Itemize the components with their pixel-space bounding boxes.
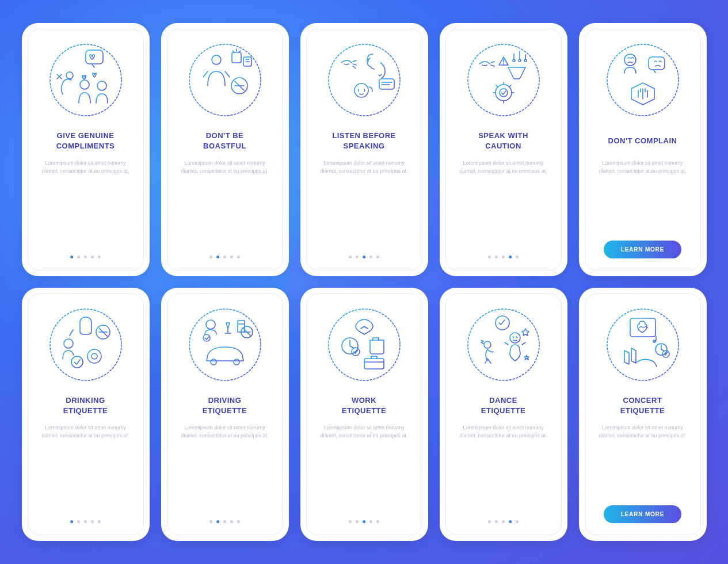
onboarding-screen: LISTEN BEFORE SPEAKINGLoremipsum dolor s… <box>306 29 422 270</box>
work-icon <box>324 304 405 385</box>
page-indicator <box>349 256 379 258</box>
svg-point-20 <box>624 54 636 66</box>
svg-point-42 <box>607 309 679 380</box>
page-dot[interactable] <box>237 256 240 258</box>
page-indicator <box>209 256 240 258</box>
onboarding-screen: DANCE ETIQUETTELoremipsum dolor sit amet… <box>445 294 562 535</box>
svg-point-1 <box>66 72 73 79</box>
page-indicator <box>488 520 519 523</box>
page-indicator <box>70 256 101 258</box>
card-description: Loremipsum dolor sit amet nonumy diamet,… <box>176 424 275 440</box>
phone-mockup: DRIVING ETIQUETTELoremipsum dolor sit am… <box>161 288 289 541</box>
page-dot[interactable] <box>70 520 73 523</box>
svg-point-15 <box>519 59 521 62</box>
page-dot[interactable] <box>376 256 379 258</box>
page-dot[interactable] <box>230 520 233 523</box>
svg-point-32 <box>211 359 216 365</box>
card-description: Loremipsum dolor sit amet nonumy diamet,… <box>454 424 553 440</box>
page-dot[interactable] <box>509 256 512 258</box>
svg-point-6 <box>212 55 221 64</box>
page-indicator <box>488 256 519 258</box>
page-dot[interactable] <box>488 520 491 523</box>
svg-rect-8 <box>232 52 241 63</box>
page-dot[interactable] <box>376 520 379 523</box>
svg-point-18 <box>500 89 508 97</box>
page-dot[interactable] <box>223 256 226 258</box>
page-dot[interactable] <box>363 520 365 523</box>
page-dot[interactable] <box>98 520 101 523</box>
listen-icon <box>324 40 405 120</box>
phone-mockup: LISTEN BEFORE SPEAKINGLoremipsum dolor s… <box>300 23 428 276</box>
svg-point-38 <box>468 309 539 380</box>
boastful-icon <box>185 40 265 120</box>
page-dot[interactable] <box>216 256 219 258</box>
page-dot[interactable] <box>369 520 372 523</box>
page-indicator <box>349 520 379 523</box>
onboarding-screen: SPEAK WITH CAUTIONLoremipsum dolor sit a… <box>445 29 562 270</box>
complain-icon <box>603 40 683 120</box>
svg-point-26 <box>87 349 101 363</box>
page-dot[interactable] <box>488 256 491 258</box>
svg-rect-11 <box>379 79 394 89</box>
svg-point-14 <box>513 59 515 62</box>
page-dot[interactable] <box>356 256 359 258</box>
page-dot[interactable] <box>502 256 505 258</box>
phone-mockup: SPEAK WITH CAUTIONLoremipsum dolor sit a… <box>440 23 567 276</box>
card-description: Loremipsum dolor sit amet nonumy diamet,… <box>315 159 414 175</box>
page-dot[interactable] <box>516 520 519 523</box>
page-dot[interactable] <box>223 520 226 523</box>
page-dot[interactable] <box>84 520 87 523</box>
page-dot[interactable] <box>356 520 359 523</box>
learn-more-button[interactable]: LEARN MORE <box>604 505 681 523</box>
page-dot[interactable] <box>349 520 352 523</box>
page-dot[interactable] <box>84 256 87 258</box>
card-description: Loremipsum dolor sit amet nonumy diamet,… <box>36 424 135 440</box>
page-indicator <box>70 520 101 523</box>
page-dot[interactable] <box>230 256 233 258</box>
page-dot[interactable] <box>516 256 519 258</box>
card-title: DANCE ETIQUETTE <box>481 395 525 416</box>
page-dot[interactable] <box>369 256 372 258</box>
page-dot[interactable] <box>209 256 212 258</box>
svg-point-13 <box>468 44 539 116</box>
page-dot[interactable] <box>216 520 219 523</box>
page-dot[interactable] <box>237 520 240 523</box>
onboarding-screen: DRIVING ETIQUETTELoremipsum dolor sit am… <box>167 294 283 535</box>
card-description: Loremipsum dolor sit amet nonumy diamet,… <box>593 424 692 440</box>
page-dot[interactable] <box>495 520 498 523</box>
svg-point-30 <box>203 334 210 341</box>
phone-mockup: WORK ETIQUETTELoremipsum dolor sit amet … <box>300 288 428 541</box>
page-dot[interactable] <box>77 520 80 523</box>
page-dot[interactable] <box>70 256 73 258</box>
page-dot[interactable] <box>209 520 212 523</box>
svg-point-22 <box>50 309 121 380</box>
svg-point-16 <box>524 59 527 62</box>
phone-mockup: CONCERT ETIQUETTELoremipsum dolor sit am… <box>579 288 707 541</box>
card-title: SPEAK WITH CAUTION <box>478 131 528 151</box>
onboarding-screen: WORK ETIQUETTELoremipsum dolor sit amet … <box>306 294 422 535</box>
learn-more-button[interactable]: LEARN MORE <box>604 241 681 258</box>
page-dot[interactable] <box>91 520 94 523</box>
page-dot[interactable] <box>77 256 80 258</box>
page-dot[interactable] <box>509 520 512 523</box>
page-dot[interactable] <box>91 256 94 258</box>
svg-point-41 <box>510 333 520 343</box>
page-dot[interactable] <box>98 256 101 258</box>
caution-icon <box>463 40 544 120</box>
phone-mockup: DANCE ETIQUETTELoremipsum dolor sit amet… <box>440 288 567 541</box>
card-title: DON'T BE BOASTFUL <box>203 131 246 151</box>
svg-point-33 <box>234 359 239 365</box>
page-dot[interactable] <box>495 256 498 258</box>
page-dot[interactable] <box>349 256 352 258</box>
card-description: Loremipsum dolor sit amet nonumy diamet,… <box>454 159 553 175</box>
phone-mockup: DON'T COMPLAINLoremipsum dolor sit amet … <box>579 23 707 276</box>
card-title: LISTEN BEFORE SPEAKING <box>332 131 396 151</box>
page-dot[interactable] <box>363 256 365 258</box>
card-title: WORK ETIQUETTE <box>342 395 386 416</box>
card-description: Loremipsum dolor sit amet nonumy diamet,… <box>593 159 692 175</box>
svg-point-29 <box>206 320 215 329</box>
driving-icon <box>185 304 265 385</box>
onboarding-screen: GIVE GENUINE COMPLIMENTSLoremipsum dolor… <box>28 29 144 270</box>
page-dot[interactable] <box>502 520 505 523</box>
card-title: CONCERT ETIQUETTE <box>620 395 665 416</box>
